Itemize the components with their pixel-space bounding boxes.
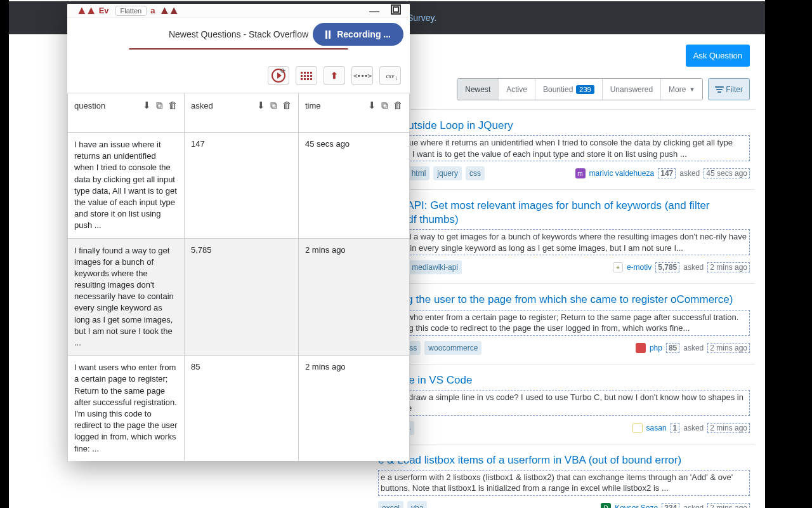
csv-icon: csv: [386, 72, 395, 79]
user-link[interactable]: php: [650, 344, 662, 352]
tag[interactable]: mediawiki-api: [408, 260, 462, 274]
minimize-icon[interactable]: —: [369, 6, 379, 17]
cell-question: I have an issue where it returns an unid…: [68, 133, 185, 239]
tab-newest[interactable]: Newest: [457, 79, 499, 100]
table-row: I finally found a way to get images for …: [68, 238, 410, 356]
cell-question: I want users who enter from a certain pa…: [68, 356, 185, 461]
cell-time: 2 mins ago: [299, 356, 410, 461]
user-avatar[interactable]: m: [575, 168, 586, 178]
tag[interactable]: vba: [407, 501, 427, 508]
tag[interactable]: woocommerce: [424, 341, 481, 355]
chevron-down-icon: ▼: [689, 86, 695, 93]
user-link[interactable]: marivic valdehueza: [589, 169, 655, 178]
col-asked: asked⬇⧉🗑: [185, 93, 299, 133]
tab-more[interactable]: More ▼: [661, 79, 702, 100]
copy-icon[interactable]: ⧉: [381, 100, 388, 111]
question-title[interactable]: irecting the user to the page from which…: [378, 293, 750, 307]
cell-asked: 85: [185, 356, 299, 461]
filter-button[interactable]: Filter: [708, 78, 750, 100]
cell-asked: 147: [185, 133, 299, 239]
question-meta: m marivic valdehueza 147 asked 45 secs a…: [575, 168, 750, 178]
tag[interactable]: excel: [378, 501, 403, 508]
user-link[interactable]: e-motiv: [627, 263, 652, 272]
table-row: I have an issue where it returns an unid…: [68, 133, 410, 239]
download-icon[interactable]: ⬇: [368, 100, 376, 111]
table-row: I want users who enter from a certain pa…: [68, 356, 410, 461]
user-link[interactable]: sasan: [646, 424, 667, 432]
scraper-panel: ▲▲ Ev Flatten a ▲▲ — Newest Questions - …: [67, 4, 410, 461]
tab-group: Newest Active Bountied 239 Unanswered Mo…: [457, 78, 750, 100]
svg-rect-1: [393, 7, 398, 12]
question-excerpt: w can i draw a simple line in vs code? I…: [378, 390, 750, 416]
brand-logo-icon: ▲▲: [76, 4, 95, 17]
tag[interactable]: html: [408, 166, 430, 180]
left-black-bar: [0, 0, 9, 508]
brand: ▲▲ Ev Flatten a ▲▲: [76, 4, 178, 17]
mode-segmented-control: Data Scrape Mass Click Record Site Login: [129, 48, 348, 50]
question-title[interactable]: data outside Loop in JQuery: [378, 119, 750, 133]
sort-tabs: Newest Active Bountied 239 Unanswered Mo…: [457, 78, 703, 100]
seg-record-login[interactable]: Record Site Login: [275, 49, 348, 50]
cell-time: 2 mins ago: [299, 238, 410, 356]
asked-time[interactable]: 2 mins ago: [707, 503, 750, 508]
asked-time[interactable]: 2 mins ago: [707, 423, 750, 433]
user-avatar[interactable]: [636, 343, 646, 353]
delete-icon[interactable]: 🗑: [168, 100, 178, 111]
delete-icon[interactable]: 🗑: [393, 100, 403, 111]
bountied-count-badge: 239: [576, 85, 594, 94]
tag[interactable]: css: [466, 166, 485, 180]
grid-icon: [301, 72, 312, 80]
question-title[interactable]: w a line in VS Code: [378, 373, 750, 387]
download-icon[interactable]: ⬇: [257, 100, 265, 111]
upload-button[interactable]: ⬆: [324, 66, 345, 85]
copy-icon[interactable]: ⧉: [156, 100, 163, 111]
user-avatar[interactable]: ✦: [613, 262, 623, 272]
window-controls: —: [369, 4, 401, 17]
user-rep: 147: [658, 168, 676, 178]
col-question: question⬇⧉🗑: [68, 93, 185, 133]
seg-data-scrape[interactable]: Data Scrape: [129, 49, 202, 50]
question-title[interactable]: iawiki API: Get most relevant images for…: [378, 199, 750, 227]
tab-active[interactable]: Active: [499, 79, 535, 100]
maximize-icon[interactable]: [391, 4, 401, 17]
question-excerpt: e a userform with 2 listboxs (listbox1 &…: [378, 470, 750, 496]
upload-icon: ⬆: [331, 70, 338, 81]
scraped-data-table: question⬇⧉🗑 asked⬇⧉🗑 time⬇⧉🗑 I have an i…: [67, 93, 410, 461]
user-rep: 5,785: [655, 262, 679, 272]
panel-titlebar: ▲▲ Ev Flatten a ▲▲ —: [67, 4, 410, 18]
right-black-bar: [765, 0, 812, 508]
delete-icon[interactable]: 🗑: [282, 100, 292, 111]
pause-icon: [325, 30, 331, 39]
user-avatar[interactable]: [632, 423, 643, 433]
toolbar: ⟳ ⬆ <•••> csv: [67, 58, 410, 93]
code-view-button[interactable]: <•••>: [351, 66, 373, 85]
seg-mass-click[interactable]: Mass Click: [202, 49, 275, 50]
filter-icon: [715, 85, 723, 94]
brand-logo-icon: ▲▲: [159, 4, 178, 17]
panel-page-title: Newest Questions - Stack Overflow: [169, 29, 308, 39]
asked-time[interactable]: 2 mins ago: [707, 343, 750, 353]
asked-time[interactable]: 45 secs ago: [704, 168, 750, 178]
asked-time[interactable]: 2 mins ago: [707, 262, 750, 272]
user-avatar[interactable]: D: [601, 503, 611, 508]
user-link[interactable]: Keyser Soze: [615, 504, 658, 508]
question-excerpt: lly found a way to get images for a bunc…: [378, 229, 750, 255]
play-record-button[interactable]: ⟳: [268, 66, 289, 85]
cell-time: 45 secs ago: [299, 133, 410, 239]
banner-survey-link[interactable]: Survey.: [407, 13, 436, 23]
tab-unanswered[interactable]: Unanswered: [603, 79, 661, 100]
question-excerpt: t users who enter from a certain page to…: [378, 310, 750, 336]
cell-question: I finally found a way to get images for …: [68, 238, 185, 356]
question-title[interactable]: e & Load listbox items of a userform in …: [378, 453, 750, 467]
flatten-button[interactable]: Flatten: [115, 6, 147, 16]
ask-question-button[interactable]: Ask Question: [686, 44, 750, 67]
question-excerpt: e an issue where it returns an unidentif…: [378, 135, 750, 161]
download-icon[interactable]: ⬇: [143, 100, 151, 111]
csv-export-button[interactable]: csv: [379, 66, 401, 85]
cell-asked: 5,785: [185, 238, 299, 356]
tab-bountied[interactable]: Bountied 239: [535, 79, 603, 100]
grid-button[interactable]: [296, 66, 317, 85]
copy-icon[interactable]: ⧉: [270, 100, 277, 111]
recording-button[interactable]: Recording ...: [313, 23, 403, 46]
tag[interactable]: jquery: [433, 166, 462, 180]
